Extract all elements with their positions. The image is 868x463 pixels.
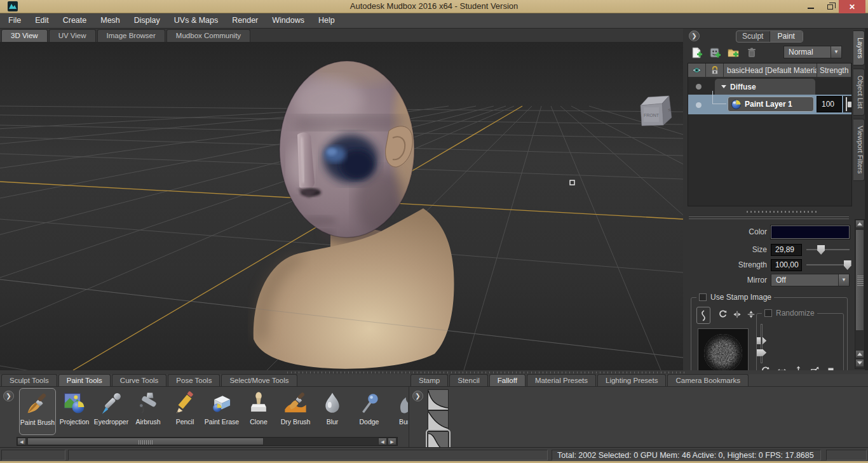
tool-item[interactable]: Clone — [240, 388, 277, 435]
slider-thumb[interactable] — [757, 349, 766, 356]
size-slider[interactable] — [806, 244, 850, 255]
use-stamp-image-checkbox[interactable] — [699, 293, 707, 301]
new-layer-from-image-button[interactable] — [709, 46, 721, 59]
viewport-canvas[interactable]: FRONT R — [0, 42, 683, 370]
falloff-preset[interactable] — [428, 389, 449, 410]
flip-horizontal-icon[interactable] — [733, 310, 742, 319]
menu-item[interactable]: Create — [56, 13, 94, 28]
slider-thumb[interactable] — [817, 245, 825, 255]
delete-layer-button[interactable] — [745, 46, 758, 59]
panel-expand-button[interactable]: ❯ — [689, 30, 700, 41]
tool-tray-tab[interactable]: Paint Tools — [58, 374, 111, 386]
new-layer-button[interactable] — [690, 46, 703, 59]
menu-item[interactable]: Edit — [28, 13, 56, 28]
tool-tray-tab[interactable]: Select/Move Tools — [221, 374, 297, 386]
size-value-field[interactable]: 29,89 — [771, 244, 802, 256]
lock-column-button[interactable] — [706, 64, 724, 77]
tool-tray-tab[interactable]: Sculpt Tools — [1, 374, 57, 386]
menu-item[interactable]: Mesh — [93, 13, 127, 28]
visibility-dot[interactable] — [696, 84, 702, 90]
scrollbar-thumb[interactable] — [855, 229, 864, 331]
stamp-curve-button[interactable] — [696, 307, 710, 324]
tool-tray-scrollbar[interactable]: ◀ ◀ ▶ — [17, 437, 398, 446]
randomize-stop-icon[interactable] — [827, 366, 835, 370]
slider-thumb[interactable] — [844, 260, 851, 270]
panel-splitter-grip[interactable] — [747, 211, 817, 213]
scroll-left-button[interactable]: ◀ — [378, 438, 387, 445]
scroll-down-button[interactable] — [855, 359, 864, 367]
minimize-button[interactable] — [802, 0, 820, 13]
menu-item[interactable]: File — [1, 13, 28, 28]
tool-tray-tab[interactable]: Curve Tools — [112, 374, 167, 386]
menu-item[interactable]: UVs & Maps — [167, 13, 225, 28]
randomize-scale-icon[interactable] — [810, 366, 820, 370]
scroll-up-button[interactable] — [855, 220, 864, 228]
layer-name-column-header[interactable]: basicHead [Default Materia — [724, 64, 817, 77]
menu-item[interactable]: Render — [225, 13, 265, 28]
viewport-tab[interactable]: Image Browser — [97, 29, 165, 42]
expander-triangle-icon[interactable] — [721, 85, 726, 88]
preset-tray-tab[interactable]: Stencil — [449, 374, 488, 386]
tray-expand-button[interactable]: ❯ — [3, 391, 14, 401]
preset-tray-tab[interactable]: Lighting Presets — [597, 374, 666, 386]
falloff-preset[interactable] — [428, 410, 449, 431]
randomize-width-icon[interactable] — [777, 366, 787, 370]
viewport-tab[interactable]: UV View — [49, 29, 96, 42]
tool-item[interactable]: Paint Erase — [203, 388, 240, 435]
tool-item[interactable]: Dodge — [351, 388, 388, 435]
tray-expand-button[interactable]: ❯ — [412, 391, 423, 401]
tool-tray-tab[interactable]: Pose Tools — [168, 374, 220, 386]
menu-item[interactable]: Display — [127, 13, 167, 28]
layer-strength-value[interactable]: 100 — [817, 96, 842, 112]
side-tab[interactable]: Layers — [853, 30, 865, 65]
menu-item[interactable]: Help — [311, 13, 342, 28]
strength-column-header[interactable]: Strength — [817, 64, 851, 77]
tool-item[interactable]: Paint Brush — [19, 388, 56, 435]
side-tab[interactable]: Object List — [853, 69, 865, 116]
scroll-left-button[interactable]: ◀ — [17, 438, 26, 445]
preset-tray-tab[interactable]: Camera Bookmarks — [667, 374, 749, 386]
randomize-checkbox[interactable] — [764, 309, 772, 317]
tool-item[interactable]: Pencil — [166, 388, 203, 435]
layer-strength-slider-handle[interactable] — [843, 96, 851, 112]
viewport-tab[interactable]: Mudbox Community — [166, 29, 250, 42]
layer-group-chip[interactable]: Diffuse — [715, 79, 815, 95]
close-button[interactable]: ✕ — [839, 0, 865, 13]
menu-item[interactable]: Windows — [265, 13, 311, 28]
stamp-preview-thumbnail[interactable] — [698, 328, 749, 370]
tool-item[interactable]: Eyedropper — [93, 388, 130, 435]
strength-slider[interactable] — [806, 259, 850, 271]
blend-mode-dropdown[interactable]: Normal ▼ — [783, 46, 842, 58]
visibility-dot[interactable] — [696, 102, 702, 108]
scrollbar-thumb[interactable] — [27, 438, 264, 445]
randomize-rotate-icon[interactable] — [761, 366, 770, 370]
title-bar[interactable]: Autodesk Mudbox 2016 x64 - Student Versi… — [0, 0, 868, 13]
scroll-up-button[interactable] — [855, 350, 864, 358]
viewport-tab[interactable]: 3D View — [1, 29, 48, 42]
strength-value-field[interactable]: 100,00 — [771, 259, 802, 271]
side-tab[interactable]: Viewport Filters — [853, 119, 865, 181]
tool-item[interactable]: Projection — [56, 388, 93, 435]
mirror-dropdown[interactable]: Off ▼ — [771, 274, 850, 286]
visibility-column-button[interactable] — [688, 64, 706, 77]
layer-chip[interactable]: Paint Layer 1 — [728, 97, 814, 112]
layer-row-selected[interactable]: Paint Layer 1 100 — [688, 95, 851, 114]
panel-scrollbar[interactable] — [855, 219, 865, 369]
tool-item[interactable]: Blur — [314, 388, 351, 435]
scroll-right-button[interactable]: ▶ — [388, 438, 397, 445]
preset-tray-tab[interactable]: Material Presets — [527, 374, 596, 386]
preset-tray-tab[interactable]: Falloff — [489, 374, 526, 386]
randomize-height-icon[interactable] — [794, 366, 803, 370]
paint-color-swatch[interactable] — [771, 225, 850, 239]
flip-vertical-icon[interactable] — [747, 310, 756, 319]
rotate-stamp-icon[interactable] — [718, 309, 728, 319]
restore-button[interactable] — [821, 0, 839, 13]
new-layer-group-button[interactable] — [727, 46, 740, 59]
tool-item[interactable]: Airbrush — [130, 388, 166, 435]
tool-item[interactable]: Burn — [388, 388, 408, 435]
randomize-slider[interactable] — [757, 324, 766, 363]
view-cube[interactable]: FRONT R — [641, 96, 672, 126]
tool-item[interactable]: Dry Brush — [277, 388, 314, 435]
mode-toggle-option[interactable]: Sculpt — [736, 31, 770, 42]
mode-toggle-option[interactable]: Paint — [770, 31, 803, 42]
